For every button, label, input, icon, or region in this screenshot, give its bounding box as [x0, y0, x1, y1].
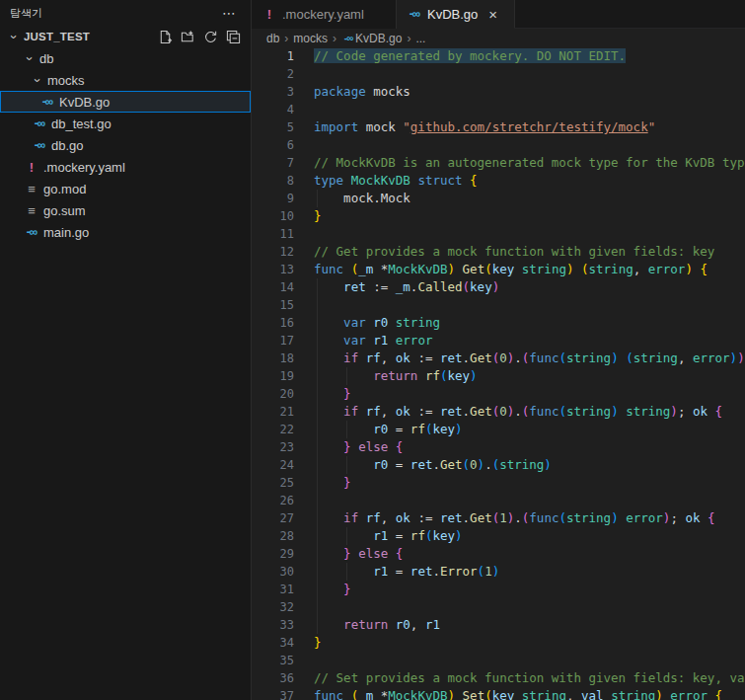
line-content: func (_m *MockKvDB) Get(key string) (str… [314, 261, 745, 278]
line-number: 25 [252, 474, 294, 492]
code-line-29[interactable]: 29 } else { [252, 545, 745, 563]
code-line-21[interactable]: 21 if rf, ok := ret.Get(0).(func(string)… [252, 403, 745, 421]
explorer-header: 탐색기 ⋯ [0, 0, 251, 26]
code-line-6[interactable]: 6 [252, 136, 745, 154]
tree-item-mocks[interactable]: ›mocks [0, 69, 251, 91]
line-number: 36 [252, 669, 294, 687]
conf-file-icon: ≡ [24, 182, 39, 196]
code-line-17[interactable]: 17 var r1 error [252, 332, 745, 350]
collapse-all-icon[interactable] [226, 30, 241, 44]
line-number: 10 [252, 207, 294, 225]
code-line-7[interactable]: 7// MockKvDB is an autogenerated mock ty… [252, 154, 745, 172]
line-content: } else { [314, 438, 745, 456]
tab-mockery-yaml[interactable]: !.mockery.yaml [252, 0, 397, 29]
breadcrumb-item-kvdb-go[interactable]: -∞KvDB.go [341, 32, 402, 45]
breadcrumb-item-[interactable]: ... [415, 32, 425, 45]
tree-item-db-test-go[interactable]: -∞db_test.go [0, 113, 251, 134]
code-line-10[interactable]: 10} [252, 207, 745, 225]
new-folder-icon[interactable] [181, 30, 195, 44]
code-line-37[interactable]: 37func (_m *MockKvDB) Set(key string, va… [252, 687, 745, 700]
code-line-12[interactable]: 12// Get provides a mock function with g… [252, 243, 745, 261]
line-content: mock.Mock [314, 190, 745, 207]
line-number: 8 [252, 172, 294, 190]
code-editor[interactable]: 1// Code generated by mockery. DO NOT ED… [252, 47, 745, 700]
code-line-16[interactable]: 16 var r0 string [252, 314, 745, 332]
code-line-28[interactable]: 28 r1 = rf(key) [252, 527, 745, 545]
line-content: package mocks [314, 83, 745, 101]
tree-item-go-sum[interactable]: ≡go.sum [0, 199, 251, 221]
line-number: 26 [252, 492, 294, 509]
code-line-15[interactable]: 15 [252, 296, 745, 314]
tree-item-main-go[interactable]: -∞main.go [0, 221, 251, 243]
code-line-36[interactable]: 36// Set provides a mock function with g… [252, 669, 745, 687]
file-tree: ›db›mocks-∞KvDB.go-∞db_test.go-∞db.go!.m… [0, 47, 251, 243]
line-content: } [314, 581, 745, 598]
line-number: 14 [252, 278, 294, 296]
breadcrumb-item-db[interactable]: db [266, 32, 279, 45]
code-line-14[interactable]: 14 ret := _m.Called(key) [252, 278, 745, 296]
code-line-13[interactable]: 13func (_m *MockKvDB) Get(key string) (s… [252, 261, 745, 278]
code-line-23[interactable]: 23 } else { [252, 438, 745, 456]
vscode-window: 탐색기 ⋯ › JUST_TEST ›db›mocks-∞KvDB.go-∞db… [0, 0, 745, 700]
code-line-4[interactable]: 4 [252, 101, 745, 118]
code-line-2[interactable]: 2 [252, 65, 745, 83]
line-number: 20 [252, 385, 294, 403]
line-content: } [314, 634, 745, 652]
line-number: 2 [252, 65, 294, 83]
tree-item-go-mod[interactable]: ≡go.mod [0, 178, 251, 199]
code-line-22[interactable]: 22 r0 = rf(key) [252, 421, 745, 438]
code-line-19[interactable]: 19 return rf(key) [252, 367, 745, 385]
refresh-icon[interactable] [203, 30, 218, 44]
line-content: r1 = ret.Error(1) [314, 563, 745, 581]
code-line-8[interactable]: 8type MockKvDB struct { [252, 172, 745, 190]
code-line-9[interactable]: 9 mock.Mock [252, 190, 745, 207]
code-line-35[interactable]: 35 [252, 652, 745, 669]
code-line-25[interactable]: 25 } [252, 474, 745, 492]
line-number: 31 [252, 581, 294, 598]
code-line-11[interactable]: 11 [252, 225, 745, 243]
indent-guide [317, 403, 318, 421]
code-line-30[interactable]: 30 r1 = ret.Error(1) [252, 563, 745, 581]
code-line-1[interactable]: 1// Code generated by mockery. DO NOT ED… [252, 47, 745, 65]
code-line-31[interactable]: 31 } [252, 581, 745, 598]
line-content: } else { [314, 545, 745, 563]
workspace-section-header[interactable]: › JUST_TEST [0, 26, 251, 47]
code-line-27[interactable]: 27 if rf, ok := ret.Get(1).(func(string)… [252, 509, 745, 527]
new-file-icon[interactable] [158, 30, 173, 44]
tree-item-kvdb-go[interactable]: -∞KvDB.go [0, 91, 251, 113]
code-line-20[interactable]: 20 } [252, 385, 745, 403]
line-content [314, 136, 745, 154]
code-line-33[interactable]: 33 return r0, r1 [252, 616, 745, 634]
code-line-18[interactable]: 18 if rf, ok := ret.Get(0).(func(string)… [252, 350, 745, 367]
close-icon[interactable]: × [486, 7, 499, 22]
tree-item-mockery-yaml[interactable]: !.mockery.yaml [0, 156, 251, 178]
line-content [314, 296, 745, 314]
code-line-34[interactable]: 34} [252, 634, 745, 652]
line-content: // Get provides a mock function with giv… [314, 243, 745, 261]
indent-guide [346, 527, 347, 545]
code-line-26[interactable]: 26 [252, 492, 745, 509]
line-number: 16 [252, 314, 294, 332]
line-content [314, 598, 745, 616]
line-content: } [314, 207, 745, 225]
tab-kvdb-go[interactable]: -∞KvDB.go× [397, 0, 515, 29]
go-file-icon: -∞ [32, 117, 47, 130]
line-content: r1 = rf(key) [314, 527, 745, 545]
indent-guide [317, 367, 318, 385]
line-number: 21 [252, 403, 294, 421]
workspace-name: JUST_TEST [24, 31, 158, 42]
line-content [314, 492, 745, 509]
indent-guide [346, 456, 347, 474]
code-line-32[interactable]: 32 [252, 598, 745, 616]
code-line-24[interactable]: 24 r0 = ret.Get(0).(string) [252, 456, 745, 474]
line-content: if rf, ok := ret.Get(1).(func(string) er… [314, 509, 745, 527]
line-number: 24 [252, 456, 294, 474]
more-actions-icon[interactable]: ⋯ [218, 5, 241, 21]
tree-item-db-go[interactable]: -∞db.go [0, 134, 251, 156]
line-number: 35 [252, 652, 294, 669]
breadcrumb-separator: › [284, 32, 288, 45]
code-line-3[interactable]: 3package mocks [252, 83, 745, 101]
tree-item-db[interactable]: ›db [0, 47, 251, 69]
code-line-5[interactable]: 5import mock "github.com/stretchr/testif… [252, 118, 745, 136]
breadcrumb-item-mocks[interactable]: mocks [293, 32, 328, 45]
